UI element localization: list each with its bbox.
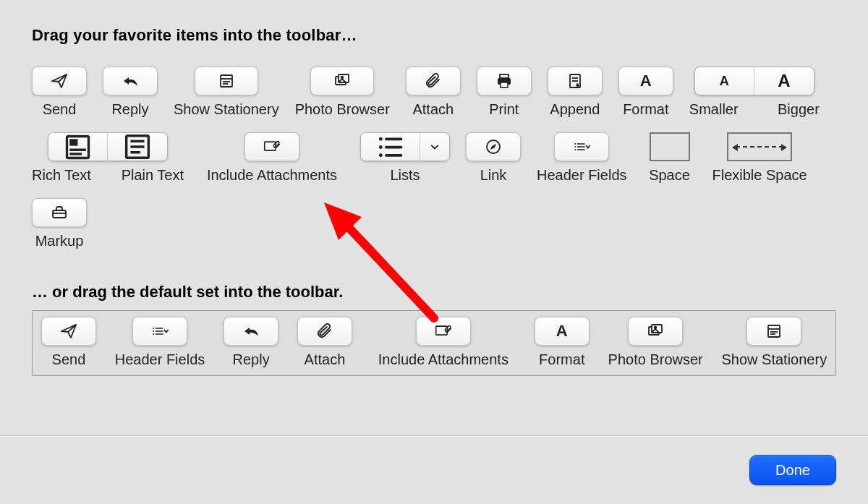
- item-send[interactable]: Send: [32, 67, 87, 118]
- include-attachments-icon: [435, 323, 452, 340]
- label: Append: [550, 101, 600, 118]
- show-stationery-button[interactable]: [195, 67, 258, 95]
- lists-dropdown[interactable]: [360, 132, 450, 161]
- item-show-stationery[interactable]: Show Stationery: [174, 67, 279, 118]
- show-stationery-button[interactable]: [746, 317, 801, 346]
- flex-arrow-icon: [736, 146, 783, 148]
- printer-icon: [495, 72, 513, 90]
- label: Photo Browser: [295, 101, 390, 118]
- include-attachments-button[interactable]: [244, 132, 299, 161]
- item-rich-plain[interactable]: Rich Text Plain Text: [32, 132, 184, 184]
- default-toolbar-set[interactable]: Send Header Fields Reply Attach Include: [32, 310, 836, 376]
- svg-rect-0: [221, 75, 232, 87]
- rich-text-icon: [61, 132, 94, 161]
- plain-text-icon: [121, 132, 154, 161]
- svg-point-41: [153, 330, 154, 332]
- done-button[interactable]: Done: [749, 455, 836, 485]
- reply-arrow-icon: [122, 72, 139, 90]
- customize-toolbar-sheet: Drag your favorite items into the toolba…: [0, 0, 868, 504]
- label: Header Fields: [537, 167, 627, 184]
- label: Markup: [35, 233, 84, 249]
- bigger-button[interactable]: A: [754, 67, 814, 95]
- svg-point-32: [574, 143, 576, 145]
- item-photo-browser[interactable]: Photo Browser: [295, 67, 390, 118]
- item-link[interactable]: Link: [466, 132, 521, 184]
- photos-icon: [333, 72, 351, 90]
- default-photo-browser[interactable]: Photo Browser: [608, 317, 703, 368]
- photo-browser-button[interactable]: [310, 67, 374, 95]
- svg-rect-9: [501, 82, 508, 87]
- rich-text-button[interactable]: [48, 133, 108, 161]
- default-format[interactable]: A Format: [535, 317, 590, 368]
- item-reply[interactable]: Reply: [103, 67, 158, 118]
- label-plain-text: Plain Text: [122, 167, 184, 184]
- include-attachments-button[interactable]: [416, 317, 471, 346]
- item-include-attachments[interactable]: Include Attachments: [200, 132, 344, 184]
- item-flexible-space[interactable]: Flexible Space: [712, 132, 807, 184]
- include-attachments-icon: [263, 138, 281, 155]
- list-icon: [374, 132, 407, 161]
- label: Header Fields: [115, 351, 205, 368]
- plain-text-button[interactable]: [108, 133, 167, 161]
- print-button[interactable]: [477, 67, 532, 95]
- item-attach[interactable]: Attach: [406, 67, 461, 118]
- item-smaller-bigger[interactable]: A A Smaller Bigger: [689, 67, 820, 118]
- send-button[interactable]: [41, 317, 96, 346]
- label: Lists: [390, 167, 420, 184]
- reply-arrow-icon: [242, 323, 260, 340]
- attach-button[interactable]: [406, 67, 461, 95]
- item-space[interactable]: Space: [643, 132, 697, 184]
- smaller-button[interactable]: A: [695, 67, 754, 95]
- item-markup[interactable]: Markup: [32, 198, 87, 249]
- svg-rect-7: [500, 74, 509, 78]
- label: Link: [480, 167, 507, 184]
- item-append[interactable]: Append: [548, 67, 603, 118]
- default-reply[interactable]: Reply: [224, 317, 278, 368]
- header-fields-icon: [573, 138, 590, 155]
- item-header-fields[interactable]: Header Fields: [537, 132, 627, 184]
- text-mode-segmented[interactable]: [48, 132, 168, 161]
- label-bigger: Bigger: [778, 101, 820, 118]
- item-format[interactable]: A Format: [618, 67, 673, 118]
- stationery-icon: [765, 323, 783, 340]
- format-button[interactable]: A: [618, 67, 673, 95]
- default-header-fields[interactable]: Header Fields: [115, 317, 205, 368]
- header-fields-button[interactable]: [132, 317, 187, 346]
- label: Attach: [412, 101, 454, 118]
- chevron-down-icon: [427, 140, 442, 154]
- format-a-icon: A: [640, 72, 652, 90]
- markup-button[interactable]: [32, 198, 87, 227]
- label: Space: [649, 167, 690, 184]
- photo-browser-button[interactable]: [628, 317, 683, 346]
- default-include-attachments[interactable]: Include Attachments: [371, 317, 516, 368]
- send-button[interactable]: [32, 67, 87, 95]
- lists-chevron[interactable]: [420, 133, 449, 161]
- header-fields-button[interactable]: [554, 132, 609, 161]
- flexible-space-placeholder[interactable]: [727, 132, 792, 161]
- svg-rect-35: [53, 210, 66, 218]
- photos-icon: [647, 323, 664, 340]
- item-print[interactable]: Print: [477, 67, 532, 118]
- append-button[interactable]: [548, 67, 603, 95]
- item-lists[interactable]: Lists: [360, 132, 450, 184]
- space-placeholder[interactable]: [650, 132, 690, 161]
- label-rich-text: Rich Text: [32, 167, 91, 184]
- default-attach[interactable]: Attach: [297, 317, 352, 368]
- font-size-segmented[interactable]: A A: [694, 67, 814, 95]
- append-icon: [566, 72, 584, 90]
- link-button[interactable]: [466, 132, 521, 161]
- default-send[interactable]: Send: [41, 317, 96, 368]
- label: Include Attachments: [207, 167, 337, 184]
- label: Photo Browser: [608, 351, 703, 368]
- reply-button[interactable]: [103, 67, 158, 95]
- lists-button[interactable]: [361, 133, 420, 161]
- label: Flexible Space: [712, 167, 807, 184]
- attach-button[interactable]: [297, 317, 352, 346]
- label: Send: [52, 351, 86, 368]
- paper-plane-icon: [60, 323, 77, 340]
- format-button[interactable]: A: [535, 317, 590, 346]
- label: Reply: [233, 351, 270, 368]
- default-show-stationery[interactable]: Show Stationery: [722, 317, 827, 368]
- reply-button[interactable]: [224, 317, 278, 346]
- toolbar-item-palette: Send Reply Show Stationery Photo Browser: [32, 67, 836, 249]
